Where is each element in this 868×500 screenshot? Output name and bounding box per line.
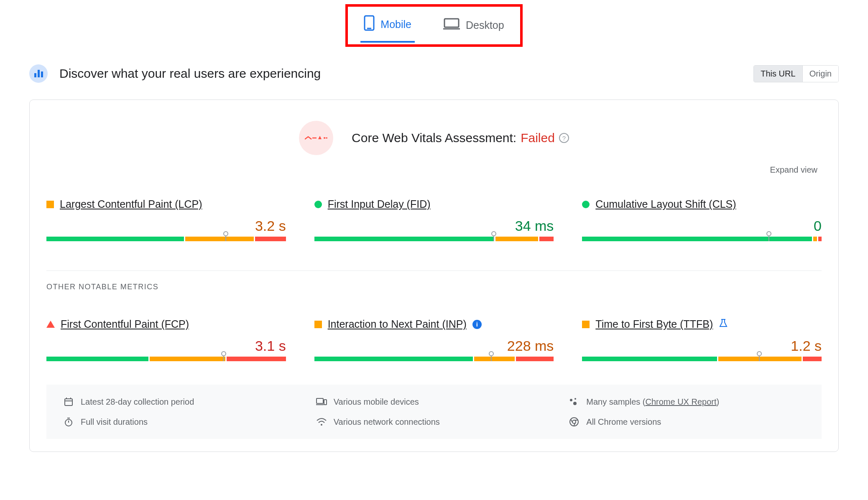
metric-ttfb: Time to First Byte (TTFB) 1.2 s [582,318,822,361]
status-square-icon [582,321,590,328]
metric-fcp-name[interactable]: First Contentful Paint (FCP) [61,318,189,330]
tab-desktop-label: Desktop [466,19,504,31]
calendar-icon [63,396,74,407]
status-triangle-icon [46,321,55,328]
other-metrics-label: OTHER NOTABLE METRICS [46,270,822,291]
section-title: Discover what your real users are experi… [59,66,321,81]
svg-point-18 [573,402,577,405]
metric-ttfb-name[interactable]: Time to First Byte (TTFB) [595,318,713,330]
footer-chrome-text: All Chrome versions [586,417,661,427]
svg-rect-2 [444,19,459,27]
metric-ttfb-value: 1.2 s [582,338,822,354]
footer-network-text: Various network connections [334,417,440,427]
chrome-ux-report-link[interactable]: Chrome UX Report [645,397,716,406]
wifi-icon [316,416,327,427]
toggle-origin[interactable]: Origin [802,66,838,82]
footer-samples: Many samples (Chrome UX Report) [569,396,805,407]
metric-fcp: First Contentful Paint (FCP) 3.1 s [46,318,286,361]
footer-devices: Various mobile devices [316,396,552,407]
section-header: Discover what your real users are experi… [29,64,839,83]
footer-devices-text: Various mobile devices [334,397,419,407]
pin-icon [766,231,771,236]
svg-point-16 [570,399,572,401]
metric-fid-bar [314,237,554,241]
footer-network: Various network connections [316,416,552,427]
metric-inp-value: 228 ms [314,338,554,354]
assessment-label: Core Web Vitals Assessment: [352,131,516,145]
footer-chrome: All Chrome versions [569,416,805,427]
status-circle-icon [314,201,322,208]
tab-mobile[interactable]: Mobile [360,12,415,43]
metric-fid: First Input Delay (FID) 34 ms [314,198,554,241]
metric-inp-name[interactable]: Interaction to Next Paint (INP) [328,318,467,330]
metric-fid-name[interactable]: First Input Delay (FID) [328,198,431,210]
help-icon[interactable]: ? [559,133,569,143]
svg-point-17 [574,398,576,400]
assessment-status-icon [299,121,333,155]
device-tabs-highlight-box: Mobile Desktop [345,4,522,47]
pin-icon [489,351,494,356]
metric-lcp-value: 3.2 s [46,218,286,234]
assessment-text: Core Web Vitals Assessment: Failed ? [352,131,569,145]
pin-icon [223,231,228,236]
svg-rect-15 [324,400,327,405]
metrics-grid: Largest Contentful Paint (LCP) 3.2 s Fir… [46,198,822,361]
status-square-icon [46,201,54,208]
footer-period-text: Latest 28-day collection period [81,397,194,407]
metric-fid-value: 34 ms [314,218,554,234]
scatter-icon [569,396,580,407]
pin-icon [491,231,496,236]
footer-durations: Full visit durations [63,416,299,427]
pin-icon [757,351,762,356]
metric-cls-value: 0 [582,218,822,234]
flask-icon[interactable] [719,319,728,330]
info-icon[interactable]: i [472,320,482,329]
metric-fcp-bar [46,357,286,361]
footer-period: Latest 28-day collection period [63,396,299,407]
status-circle-icon [582,201,590,208]
metric-lcp-name[interactable]: Largest Contentful Paint (LCP) [60,198,202,210]
tab-mobile-label: Mobile [380,18,411,31]
svg-rect-9 [65,399,72,406]
footer-samples-text: Many samples (Chrome UX Report) [586,397,719,407]
assessment-row: Core Web Vitals Assessment: Failed ? [46,121,822,155]
metric-cls: Cumulative Layout Shift (CLS) 0 [582,198,822,241]
metric-lcp-bar [46,237,286,241]
svg-point-6 [324,137,325,139]
assessment-card: Core Web Vitals Assessment: Failed ? Exp… [29,99,839,452]
footer-info: Latest 28-day collection period Various … [46,385,822,439]
crux-badge-icon [29,64,48,83]
toggle-this-url[interactable]: This URL [754,66,802,82]
desktop-icon [443,18,460,33]
scope-toggle: This URL Origin [753,65,839,82]
metric-inp: Interaction to Next Paint (INP) i 228 ms [314,318,554,361]
metric-fcp-value: 3.1 s [46,338,286,354]
devices-icon [316,396,327,407]
expand-view-link[interactable]: Expand view [46,165,822,175]
metric-lcp: Largest Contentful Paint (LCP) 3.2 s [46,198,286,241]
svg-point-22 [321,424,322,426]
stopwatch-icon [63,416,74,427]
footer-durations-text: Full visit durations [81,417,148,427]
chrome-icon [569,416,580,427]
status-square-icon [314,321,322,328]
pin-icon [221,351,226,356]
metric-cls-name[interactable]: Cumulative Layout Shift (CLS) [595,198,736,210]
assessment-status: Failed [521,131,555,145]
svg-marker-5 [318,136,322,139]
svg-rect-13 [317,398,323,403]
metric-inp-bar [314,357,554,361]
metric-ttfb-bar [582,357,822,361]
mobile-icon [364,15,375,33]
tab-desktop[interactable]: Desktop [440,12,508,43]
device-tabs: Mobile Desktop [29,4,839,47]
metric-cls-bar [582,237,822,241]
